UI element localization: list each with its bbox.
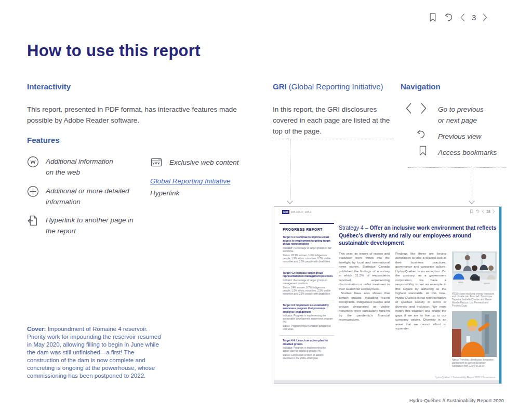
nav-item-pages-label: Go to previous or next page <box>438 104 484 126</box>
feature-web-info: Additional information on the web <box>27 156 113 178</box>
target-block-3: Target 4.3: Implement a sustainability a… <box>280 300 334 336</box>
progress-report-heading: PROGRESS REPORT <box>283 228 334 231</box>
pdf-viewer-toolbar: 3 <box>429 12 488 22</box>
page-title: How to use this report <box>27 42 201 60</box>
plus-circle-icon <box>27 185 39 207</box>
photo-caption-2: Nancy Tremblay, distribution lineworker,… <box>452 359 497 367</box>
feature-page-hyperlink: Hyperlink to another page in the report <box>27 215 134 236</box>
preview-text-col-2: Findings like these are forcing companie… <box>395 251 446 372</box>
previous-page-icon[interactable] <box>460 13 465 22</box>
photo-caption-1: IREQ’s team studying energy resources an… <box>452 293 497 308</box>
preview-toolbar: 28 <box>470 209 495 214</box>
gri-codes: 405-103-3 ; 405-1 <box>291 210 312 214</box>
preview-previous-view-icon <box>475 209 480 214</box>
nav-connector-drop <box>472 168 472 200</box>
target-status: Status: Program implementation postponed… <box>283 325 333 331</box>
target-indicator: Indicator: Percentage of target groups i… <box>283 279 333 285</box>
navigation-heading: Navigation <box>401 82 441 91</box>
target-status: Status: 24% women, 0.7% Indigenous peopl… <box>283 286 333 296</box>
target-block-2: Target 4.2: Increase target group repres… <box>280 268 334 300</box>
preview-prev-page-icon <box>482 209 484 214</box>
hyperlink-caption: Hyperlink <box>150 188 179 198</box>
report-footer: Hydro-Québec // Sustainability Report 20… <box>409 398 504 403</box>
feature-more-info-label: Additional or more detailed information <box>46 185 129 207</box>
preview-main-content: Strategy 4 – Offer an inclusive work env… <box>339 224 497 372</box>
preview-text-col-1: This year, as issues of racism and exclu… <box>339 251 390 372</box>
nav-item-previous-view-label: Previous view <box>438 131 481 142</box>
sample-page-preview: GRI 405-103-3 ; 405-1 28 PROGRESS REPORT… <box>274 206 502 384</box>
bookmark-legend-icon <box>419 145 427 156</box>
target-indicator: Indicator: Progress in implementing the … <box>283 347 333 353</box>
preview-page-number: 28 <box>486 210 490 214</box>
target-status: Status: Completion of 80% of actions ide… <box>283 354 333 360</box>
report-page: 3 How to use this report Interactivity T… <box>0 0 532 411</box>
features-heading: Features <box>27 136 60 144</box>
preview-next-page-icon <box>493 209 495 214</box>
gri-badge: GRI <box>282 210 289 214</box>
meeting-photo <box>452 251 497 291</box>
target-indicator: Indicator: Percentage of target groups i… <box>283 247 333 253</box>
feature-exclusive-web-label: Exclusive web content <box>169 157 239 168</box>
gri-acronym: GRI <box>273 82 287 91</box>
browser-icon <box>150 157 163 168</box>
gri-hyperlink[interactable]: Global Reporting Initiative <box>150 177 231 185</box>
w-circle-icon <box>27 156 39 178</box>
target-heading: Target 4.3: Implement a sustainability a… <box>283 303 333 314</box>
target-block-1: Target 4.1: Continue to improve equal ac… <box>280 232 334 268</box>
cover-caption: Cover: Impoundment of Romaine 4 reservoi… <box>27 325 163 380</box>
target-heading: Target 4.4: Launch an action plan for di… <box>283 339 333 346</box>
nav-connector-arrow-icon <box>469 201 475 204</box>
feature-exclusive-web: Exclusive web content <box>150 157 239 168</box>
nav-connector-line <box>408 167 506 168</box>
previous-view-legend-icon <box>415 129 425 140</box>
preview-footer: Hydro-Québec // Sustainability Report 20… <box>435 376 495 379</box>
target-status: Status: 26.9% women, 1.6% Indigenous peo… <box>283 254 333 263</box>
interactivity-body: This report, presented in PDF format, ha… <box>27 104 242 126</box>
preview-photo-column: IREQ’s team studying energy resources an… <box>452 251 497 372</box>
bookmark-icon[interactable] <box>429 12 436 22</box>
page-chevrons-icon <box>405 102 428 114</box>
gri-heading-full: (Global Reporting Initiative) <box>287 82 383 91</box>
next-page-icon[interactable] <box>483 13 488 22</box>
gri-body: In this report, the GRI disclosures cove… <box>273 104 394 137</box>
current-page-number: 3 <box>472 13 476 22</box>
lineworker-photo <box>452 311 497 357</box>
sidebar-rule <box>280 223 334 224</box>
strategy-title-prefix: Strategy 4 – <box>339 224 370 231</box>
gri-heading: GRI (Global Reporting Initiative) <box>273 82 383 91</box>
page-link-icon <box>27 215 39 236</box>
gri-connector-drop <box>290 139 290 200</box>
target-block-4: Target 4.4: Launch an action plan for di… <box>280 335 334 364</box>
cover-text: Impoundment of Romaine 4 reservoir. Prio… <box>27 326 161 379</box>
preview-paragraph: This year, as issues of racism and exclu… <box>339 251 390 291</box>
cover-label: Cover: <box>27 326 46 332</box>
target-indicator: Indicator: Progress in implementing the … <box>283 314 333 324</box>
target-heading: Target 4.1: Continue to improve equal ac… <box>283 235 333 246</box>
previous-view-icon[interactable] <box>443 12 453 22</box>
preview-gri-tag: GRI 405-103-3 ; 405-1 <box>282 210 312 214</box>
gri-connector-line <box>273 139 394 139</box>
feature-web-info-label: Additional information on the web <box>46 156 113 178</box>
preview-paragraph: Studies have also shown that certain gro… <box>339 291 390 322</box>
preview-bottom-edge <box>274 380 499 383</box>
target-heading: Target 4.2: Increase target group repres… <box>283 271 333 278</box>
feature-more-info: Additional or more detailed information <box>27 185 129 207</box>
interactivity-heading: Interactivity <box>27 82 71 91</box>
preview-paragraph: Findings like these are forcing companie… <box>395 251 446 331</box>
progress-report-sidebar: PROGRESS REPORT Target 4.1: Continue to … <box>280 223 334 364</box>
gri-connector-arrow-icon <box>287 201 293 204</box>
preview-bookmark-icon <box>470 209 473 214</box>
nav-item-bookmarks-label: Access bookmarks <box>438 147 497 158</box>
strategy-title: Strategy 4 – Offer an inclusive work env… <box>339 224 497 247</box>
preview-page-edge <box>499 207 501 383</box>
feature-page-hyperlink-label: Hyperlink to another page in the report <box>46 215 134 236</box>
